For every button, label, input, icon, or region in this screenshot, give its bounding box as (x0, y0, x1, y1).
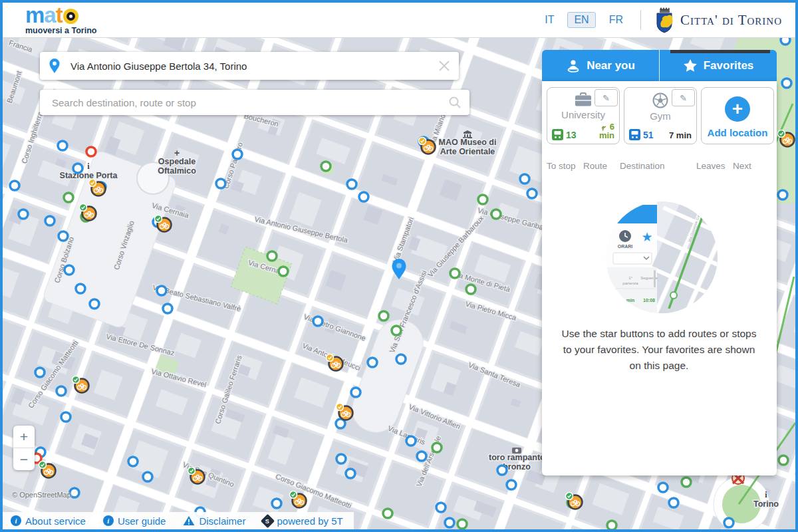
transit-stop-marker[interactable] (779, 456, 788, 465)
departures-table-header: To stop Route Destination Leaves Next (542, 161, 777, 174)
destination-searchbar (40, 90, 469, 115)
transit-stop-marker[interactable] (216, 179, 225, 188)
transit-stop-marker[interactable] (417, 452, 426, 461)
col-next: Next (733, 161, 751, 171)
transit-stop-marker[interactable] (466, 285, 475, 294)
transit-stop-marker[interactable] (781, 37, 790, 45)
edit-favorite-button[interactable]: ✎ (595, 89, 618, 106)
warning-icon (183, 515, 195, 526)
transit-stop-marker[interactable] (59, 231, 68, 241)
transit-stop-marker[interactable] (346, 469, 355, 478)
user-guide-link[interactable]: i User guide (103, 515, 166, 527)
transit-stop-marker[interactable] (35, 368, 45, 377)
transit-stop-marker[interactable] (272, 499, 281, 508)
favorite-card-gym[interactable]: ✎ Gym 51 (624, 87, 697, 144)
transit-stop-marker[interactable] (396, 354, 406, 364)
transit-stop-marker[interactable] (65, 265, 74, 275)
origin-input[interactable] (69, 60, 430, 72)
transit-stop-marker[interactable] (321, 162, 331, 171)
zoom-out-button[interactable]: − (13, 448, 35, 470)
transit-stop-marker[interactable] (669, 498, 678, 507)
destination-search-input[interactable] (51, 96, 440, 109)
transit-stop-marker[interactable] (520, 174, 529, 184)
search-icon[interactable] (440, 96, 469, 109)
lang-it-button[interactable]: IT (541, 12, 558, 28)
svg-text:Stazione Porta: Stazione Porta (60, 171, 118, 180)
transit-stop-marker[interactable] (383, 509, 392, 518)
info-icon: i (11, 515, 21, 526)
location-pin-icon (40, 58, 69, 74)
plus-icon: + (725, 96, 750, 122)
transit-stop-marker[interactable] (351, 388, 360, 397)
transit-stop-marker[interactable] (70, 488, 79, 497)
transit-stop-marker[interactable] (658, 483, 668, 492)
transit-stop-marker[interactable] (128, 457, 138, 466)
header-divider (640, 10, 641, 30)
transit-stop-marker[interactable] (143, 472, 152, 481)
transit-stop-marker[interactable] (267, 251, 277, 261)
transit-stop-marker[interactable] (778, 190, 787, 200)
transit-stop-marker[interactable] (279, 267, 288, 276)
edit-favorite-button[interactable]: ✎ (672, 89, 695, 106)
transit-stop-marker[interactable] (450, 269, 460, 278)
favorite-card-university[interactable]: ✎ University (547, 87, 620, 144)
transit-stop-marker[interactable] (507, 480, 516, 489)
add-location-button[interactable]: + Add location (701, 87, 774, 144)
tab-favorites[interactable]: Favorites (659, 50, 777, 81)
transit-stop-marker[interactable] (359, 192, 368, 201)
transit-stop-marker[interactable] (458, 519, 467, 529)
transit-stop-marker[interactable] (478, 195, 487, 204)
departure-time: 6 min (599, 122, 614, 140)
col-leaves: Leaves (696, 161, 726, 171)
transit-stop-marker[interactable] (76, 284, 85, 293)
transit-stop-marker[interactable] (336, 454, 346, 464)
transit-stop-marker[interactable] (19, 209, 28, 219)
about-service-link[interactable]: i About service (11, 515, 86, 527)
transit-stop-marker[interactable] (90, 299, 99, 309)
col-destination: Destination (620, 161, 665, 171)
transit-stop-marker[interactable] (347, 180, 356, 189)
info-icon: i (103, 515, 114, 526)
transit-stop-marker[interactable] (45, 216, 55, 225)
transit-stop-marker[interactable] (782, 78, 791, 88)
tab-near-you[interactable]: Near you (542, 50, 659, 81)
svg-text:10:08: 10:08 (643, 298, 655, 303)
transit-stop-marker[interactable] (10, 181, 19, 190)
lang-en-button[interactable]: EN (567, 12, 595, 28)
mato-logo[interactable]: mat muoversi a Torino (25, 5, 96, 35)
soccer-ball-icon (652, 92, 668, 108)
transit-stop-marker[interactable] (497, 466, 507, 475)
transit-stop-marker[interactable] (58, 141, 67, 150)
disclaimer-link[interactable]: Disclaimer (183, 515, 245, 527)
svg-text:partenza: partenza (622, 281, 638, 285)
transit-stop-marker[interactable] (436, 503, 446, 512)
lang-fr-button[interactable]: FR (605, 12, 627, 28)
clear-origin-button[interactable] (430, 59, 459, 72)
transit-stop-marker[interactable] (682, 477, 691, 487)
transit-stop-marker[interactable] (61, 412, 70, 422)
transit-stop-marker[interactable] (57, 386, 66, 396)
transit-stop-marker[interactable] (313, 317, 323, 326)
transit-stop-marker[interactable] (157, 286, 166, 295)
tab-near-you-label: Near you (587, 59, 635, 72)
powered-by-5t-link[interactable]: S powered by 5T (263, 515, 342, 527)
transit-stop-marker[interactable] (406, 436, 416, 446)
col-route: Route (583, 161, 607, 171)
transit-stop-marker[interactable] (392, 326, 401, 335)
transit-stop-marker[interactable] (724, 518, 733, 527)
transit-stop-marker[interactable] (527, 189, 537, 198)
transit-stop-marker[interactable] (445, 518, 454, 527)
transit-stop-marker[interactable] (607, 521, 616, 529)
panel-tabs: Near you Favorites (542, 50, 777, 81)
transit-stop-marker[interactable] (86, 147, 96, 156)
transit-stop-marker[interactable] (491, 209, 501, 219)
transit-stop-marker[interactable] (233, 150, 242, 159)
transit-stop-marker[interactable] (379, 311, 388, 321)
transit-stop-marker[interactable] (73, 164, 82, 173)
transit-stop-marker[interactable] (368, 358, 377, 367)
transit-stop-marker[interactable] (432, 443, 442, 452)
logo-word: mat (25, 5, 96, 25)
transit-stop-marker[interactable] (163, 304, 172, 313)
zoom-in-button[interactable]: + (13, 426, 35, 448)
transit-stop-marker[interactable] (64, 193, 73, 202)
